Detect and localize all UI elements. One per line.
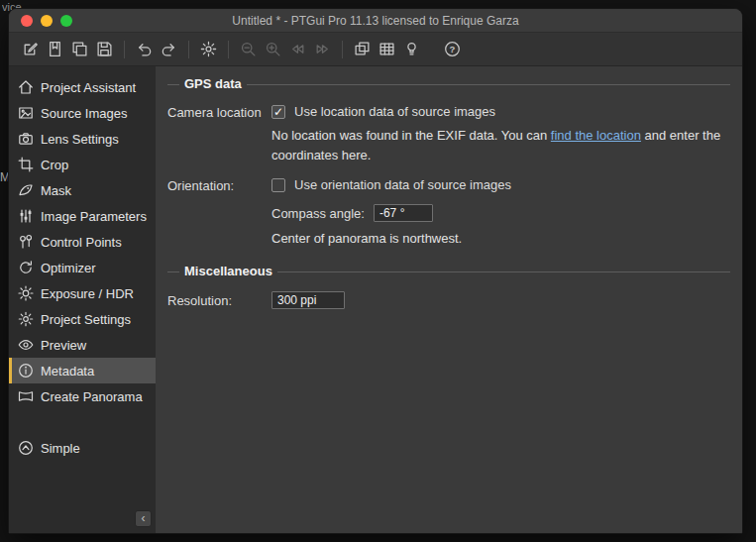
settings-gear-icon[interactable] — [197, 38, 220, 60]
camera-lens-icon — [18, 131, 34, 147]
lightbulb-icon[interactable] — [400, 38, 423, 60]
content-panel: GPS data Camera location ✓ Use location … — [156, 66, 742, 533]
sidebar-item-project-assistant[interactable]: Project Assistant — [9, 74, 156, 100]
camera-location-row: Camera location ✓ Use location data of s… — [167, 104, 730, 177]
sidebar-item-simple[interactable]: Simple — [9, 435, 156, 461]
toolbar-separator — [124, 41, 125, 58]
section-divider-line — [167, 84, 730, 85]
sidebar-item-label: Crop — [41, 158, 68, 172]
previous-icon[interactable] — [286, 38, 309, 60]
sidebar-item-label: Optimizer — [41, 261, 96, 275]
sidebar-item-preview[interactable]: Preview — [9, 332, 156, 358]
sidebar-item-label: Metadata — [41, 364, 94, 379]
save-icon[interactable] — [93, 38, 116, 60]
zoom-in-icon[interactable] — [262, 38, 284, 60]
sidebar-item-label: Project Assistant — [41, 80, 136, 95]
find-location-link[interactable]: find the location — [551, 128, 641, 143]
minimize-button[interactable] — [41, 15, 53, 27]
resolution-label: Resolution: — [167, 292, 271, 308]
sidebar-item-source-images[interactable]: Source Images — [9, 100, 156, 126]
toolbar-separator — [342, 41, 343, 58]
next-icon[interactable] — [311, 38, 334, 60]
zoom-button[interactable] — [60, 15, 72, 27]
sidebar-item-label: Control Points — [41, 235, 122, 250]
use-location-checkbox[interactable]: ✓ — [271, 105, 285, 119]
control-points-icon — [18, 234, 34, 250]
sidebar-item-label: Project Settings — [41, 312, 131, 327]
use-orientation-label: Use orientation data of source images — [294, 177, 511, 192]
sidebar-item-control-points[interactable]: Control Points — [9, 229, 156, 255]
sidebar-item-label: Source Images — [41, 106, 127, 121]
undo-icon[interactable] — [133, 38, 156, 60]
main-area: Project AssistantSource ImagesLens Setti… — [9, 66, 742, 533]
help-icon[interactable]: ? — [441, 38, 464, 60]
sidebar-item-label: Exposure / HDR — [41, 286, 134, 301]
toolbar-separator — [228, 41, 229, 58]
resolution-row: Resolution: — [167, 291, 730, 309]
window-title: Untitled * - PTGui Pro 11.13 licensed to… — [9, 14, 742, 28]
sidebar-item-label: Preview — [41, 338, 86, 353]
eye-icon — [18, 337, 34, 353]
toolbar: ? — [9, 33, 742, 66]
gps-section-title: GPS data — [179, 76, 247, 91]
sidebar-item-optimizer[interactable]: Optimizer — [9, 255, 156, 280]
simple-circle-icon — [18, 440, 34, 456]
close-button[interactable] — [21, 15, 33, 27]
sidebar-item-label: Create Panorama — [41, 389, 143, 404]
sidebar-item-exposure-hdr[interactable]: Exposure / HDR — [9, 280, 156, 306]
gps-section-header: GPS data — [167, 76, 730, 93]
sidebar-item-project-settings[interactable]: Project Settings — [9, 306, 156, 332]
zoom-out-icon[interactable] — [237, 38, 260, 60]
sidebar-item-metadata[interactable]: Metadata — [9, 358, 156, 383]
gear-icon — [18, 311, 34, 327]
exif-note: No location was found in the EXIF data. … — [271, 126, 742, 164]
misc-section-title: Miscellaneous — [179, 264, 277, 278]
orientation-label: Orientation: — [167, 177, 271, 193]
mask-icon — [18, 182, 34, 198]
home-icon — [18, 79, 34, 95]
compass-angle-label: Compass angle: — [271, 206, 365, 221]
detail-grid-icon[interactable] — [376, 38, 398, 60]
compass-note: Center of panorama is northwest. — [271, 231, 730, 246]
sidebar-item-image-parameters[interactable]: Image Parameters — [9, 203, 156, 229]
ptgui-window: Untitled * - PTGui Pro 11.13 licensed to… — [8, 8, 743, 534]
sidebar-item-lens-settings[interactable]: Lens Settings — [9, 126, 156, 152]
resolution-input[interactable] — [271, 291, 345, 309]
sidebar-item-mask[interactable]: Mask — [9, 177, 156, 203]
orientation-row: Orientation: Use orientation data of sou… — [167, 177, 730, 264]
background-window-fragment-left: Mas — [0, 170, 8, 185]
new-project-icon[interactable] — [19, 38, 42, 60]
sidebar-item-label: Simple — [41, 441, 80, 456]
misc-section-header: Miscellaneous — [167, 264, 730, 280]
panorama-editor-icon[interactable] — [351, 38, 374, 60]
traffic-lights — [21, 15, 72, 27]
sidebar-item-label: Mask — [41, 183, 71, 198]
optimizer-icon — [18, 260, 34, 275]
sidebar-list: Project AssistantSource ImagesLens Setti… — [9, 74, 156, 461]
sun-icon — [18, 285, 34, 301]
duplicate-icon[interactable] — [68, 38, 91, 60]
redo-icon[interactable] — [158, 38, 180, 60]
use-orientation-checkbox[interactable] — [271, 178, 285, 192]
use-location-label: Use location data of source images — [294, 104, 495, 119]
crop-icon — [18, 157, 34, 172]
title-bar: Untitled * - PTGui Pro 11.13 licensed to… — [9, 9, 742, 33]
sidebar-item-create-panorama[interactable]: Create Panorama — [9, 383, 156, 409]
sliders-icon — [18, 208, 34, 224]
sidebar-item-label: Image Parameters — [41, 209, 147, 224]
sidebar-item-crop[interactable]: Crop — [9, 152, 156, 177]
compass-angle-input[interactable] — [374, 204, 433, 222]
bookmark-icon[interactable] — [44, 38, 66, 60]
camera-location-label: Camera location — [167, 104, 271, 120]
sidebar-collapse-button[interactable]: ‹ — [135, 510, 152, 527]
compass-angle-field: Compass angle: — [271, 204, 730, 222]
toolbar-separator — [188, 41, 189, 58]
panorama-icon — [18, 388, 34, 404]
svg-text:?: ? — [450, 44, 456, 54]
source-images-icon — [18, 105, 34, 121]
sidebar: Project AssistantSource ImagesLens Setti… — [9, 66, 156, 533]
exif-note-before: No location was found in the EXIF data. … — [271, 128, 551, 143]
sidebar-item-label: Lens Settings — [41, 132, 119, 147]
info-icon — [18, 363, 34, 379]
